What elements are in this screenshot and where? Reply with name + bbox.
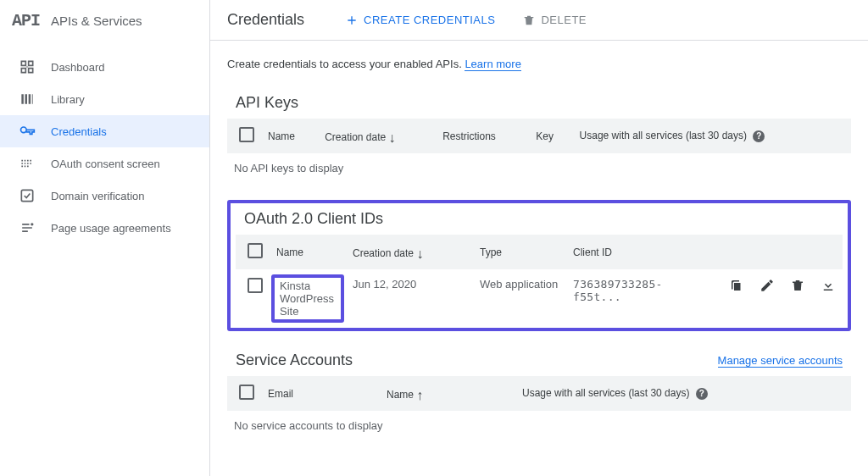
page-title: Credentials	[227, 11, 304, 29]
col-email[interactable]: Email	[261, 376, 380, 411]
delete-button[interactable]: DELETE	[515, 8, 593, 32]
sidebar-item-dashboard[interactable]: Dashboard	[0, 51, 209, 83]
api-keys-section: API Keys Name Creation date ↓ Restrictio…	[227, 91, 851, 183]
select-all-checkbox[interactable]	[239, 385, 254, 400]
select-all-checkbox[interactable]	[239, 127, 254, 142]
service-accounts-empty: No service accounts to display	[227, 411, 851, 440]
service-accounts-table: Email Name ↑ Usage with all services (la…	[227, 376, 851, 440]
oauth-client-type: Web application	[473, 269, 566, 328]
oauth-title: OAuth 2.0 Client IDs	[244, 210, 383, 228]
svg-rect-1	[21, 190, 32, 201]
create-credentials-button[interactable]: CREATE CREDENTIALS	[338, 8, 502, 32]
brand: API APIs & Services	[0, 0, 209, 41]
select-all-checkbox[interactable]	[248, 243, 263, 258]
main: Credentials CREATE CREDENTIALS DELETE Cr…	[210, 0, 868, 476]
table-row[interactable]: Kinsta WordPress Site Jun 12, 2020 Web a…	[236, 269, 843, 328]
api-keys-title: API Keys	[236, 94, 298, 112]
delete-icon[interactable]	[790, 278, 805, 293]
col-name[interactable]: Name	[270, 235, 346, 269]
nav-label: Dashboard	[51, 61, 105, 74]
oauth-table: Name Creation date ↓ Type Client ID Kins…	[236, 235, 843, 328]
col-name[interactable]: Name	[261, 119, 318, 153]
key-icon	[19, 123, 36, 140]
api-keys-empty: No API keys to display	[227, 153, 851, 183]
help-icon[interactable]: ?	[753, 130, 765, 142]
learn-more-link[interactable]: Learn more	[465, 58, 520, 71]
dashboard-icon	[19, 58, 36, 75]
col-type[interactable]: Type	[473, 235, 566, 269]
create-label: CREATE CREDENTIALS	[364, 14, 495, 26]
trash-icon	[522, 14, 536, 27]
col-name[interactable]: Name ↑	[380, 376, 515, 411]
download-icon[interactable]	[821, 278, 836, 293]
nav-label: Credentials	[51, 125, 107, 138]
sidebar: API APIs & Services Dashboard Library Cr…	[0, 0, 210, 476]
sidebar-item-library[interactable]: Library	[0, 83, 209, 115]
intro-text: Create credentials to access your enable…	[227, 58, 851, 70]
sidebar-item-page-usage[interactable]: Page usage agreements	[0, 212, 209, 244]
col-usage[interactable]: Usage with all services (last 30 days) ?	[573, 119, 851, 153]
brand-logo: API	[12, 11, 40, 30]
sidebar-item-domain-verification[interactable]: Domain verification	[0, 180, 209, 212]
check-icon	[19, 187, 36, 204]
copy-icon[interactable]	[729, 278, 744, 293]
service-accounts-section: Service Accounts Manage service accounts…	[227, 348, 851, 440]
topbar: Credentials CREATE CREDENTIALS DELETE	[210, 0, 868, 41]
sidebar-item-oauth-consent[interactable]: OAuth consent screen	[0, 147, 209, 180]
sidebar-item-credentials[interactable]: Credentials	[0, 115, 209, 147]
plus-icon	[345, 14, 359, 27]
edit-icon[interactable]	[760, 278, 775, 293]
arrow-down-icon: ↓	[389, 130, 396, 145]
col-creation-date[interactable]: Creation date ↓	[346, 235, 473, 269]
arrow-up-icon: ↑	[416, 388, 423, 402]
nav-label: Page usage agreements	[51, 222, 171, 235]
oauth-section: OAuth 2.0 Client IDs Name Creation date …	[227, 200, 851, 331]
brand-title: APIs & Services	[51, 14, 142, 28]
svg-point-0	[26, 66, 28, 68]
nav-label: Library	[51, 93, 85, 106]
delete-label: DELETE	[541, 14, 587, 26]
agreements-icon	[19, 219, 36, 236]
content: Create credentials to access your enable…	[210, 41, 868, 476]
svg-point-2	[31, 223, 33, 225]
col-restrictions[interactable]: Restrictions	[436, 119, 529, 153]
nav-label: OAuth consent screen	[51, 158, 160, 170]
consent-icon	[19, 155, 36, 172]
oauth-client-id: 736389733285-f55t...	[566, 269, 715, 328]
help-icon[interactable]: ?	[696, 388, 708, 400]
api-keys-table: Name Creation date ↓ Restrictions Key Us…	[227, 119, 851, 183]
oauth-client-date: Jun 12, 2020	[346, 269, 473, 328]
col-usage[interactable]: Usage with all services (last 30 days) ?	[515, 376, 851, 411]
intro-body: Create credentials to access your enable…	[227, 58, 465, 70]
service-accounts-title: Service Accounts	[236, 351, 353, 369]
col-key[interactable]: Key	[529, 119, 572, 153]
col-client-id[interactable]: Client ID	[566, 235, 715, 269]
oauth-client-name[interactable]: Kinsta WordPress Site	[271, 274, 344, 323]
sidebar-nav: Dashboard Library Credentials OAuth cons…	[0, 41, 209, 244]
library-icon	[19, 91, 36, 108]
arrow-down-icon: ↓	[416, 246, 423, 261]
col-creation-date[interactable]: Creation date ↓	[318, 119, 436, 153]
nav-label: Domain verification	[51, 190, 145, 202]
row-actions	[722, 278, 836, 293]
row-checkbox[interactable]	[248, 278, 263, 293]
manage-service-accounts-link[interactable]: Manage service accounts	[718, 354, 843, 368]
